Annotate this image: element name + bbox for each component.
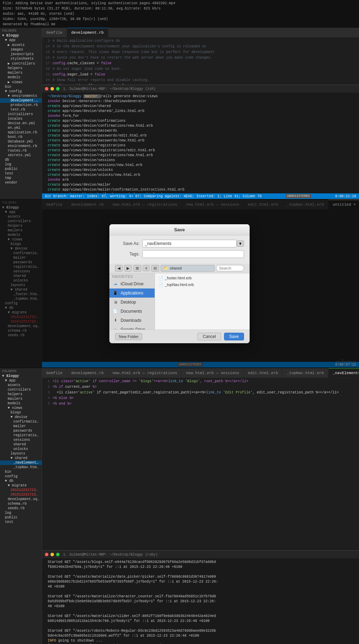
tab-gemfile-1[interactable]: Gemfile	[42, 28, 67, 38]
s3-bin[interactable]: bin	[0, 470, 42, 474]
s3-mailers[interactable]: mailers	[0, 397, 42, 401]
sidebar-item-mailers[interactable]: mailers	[0, 71, 42, 75]
traffic-light-green-1[interactable]	[56, 87, 60, 91]
sidebar-item-tmp[interactable]: tmp	[0, 176, 42, 180]
sidebar-item-css[interactable]: stylesheets	[0, 57, 42, 61]
save-new-folder-button[interactable]: New Folder	[115, 333, 142, 340]
s3-seeds[interactable]: seeds.rb	[0, 506, 42, 511]
s3-migrate[interactable]: ▼ migrate	[0, 483, 42, 488]
save-expand-button[interactable]: ▼	[237, 240, 244, 247]
sidebar-item-en-yml[interactable]: en.yml	[0, 126, 42, 130]
traffic-light-yellow-3[interactable]	[50, 553, 54, 556]
s3-migration1[interactable]: 20151223172331_c	[0, 488, 42, 492]
traffic-light-green-3[interactable]	[56, 553, 60, 556]
s3-migration2[interactable]: 20151223172334_c	[0, 492, 42, 497]
sidebar-item-development-rb[interactable]: development.rb	[0, 98, 42, 103]
s3-sessions[interactable]: sessions	[0, 438, 42, 442]
save-as-input[interactable]	[142, 240, 237, 247]
tab-development-rb[interactable]: development.rb	[67, 28, 108, 38]
sidebar-item-test[interactable]: test	[0, 171, 42, 176]
sidebar-item-locales[interactable]: locales	[0, 117, 42, 121]
save-view-list-button[interactable]: ≡	[143, 265, 150, 271]
s3-devise[interactable]: ▼ devise	[0, 415, 42, 419]
s3-public[interactable]: public	[0, 515, 42, 520]
tab-edit-3[interactable]: edit.html.erb	[244, 368, 283, 378]
save-item-desktop[interactable]: 🖥 Desktop	[109, 298, 155, 307]
s3-layouts[interactable]: layouts	[0, 451, 42, 456]
save-item-documents[interactable]: 📄 Documents	[109, 307, 155, 316]
s3-app[interactable]: ▼ app	[0, 378, 42, 383]
s3-dev-sqlite[interactable]: development.sqlite3	[0, 497, 42, 502]
s3-blogs[interactable]: blogs	[0, 410, 42, 415]
s3-confirmations[interactable]: confirmations	[0, 419, 42, 424]
s3-shared-devise[interactable]: shared	[0, 442, 42, 447]
save-item-applications[interactable]: 📱 Applications	[109, 288, 155, 298]
sidebar-item-db-yml[interactable]: database.yml	[0, 139, 42, 144]
save-cancel-button[interactable]: Cancel	[197, 333, 221, 340]
traffic-light-yellow-1[interactable]	[50, 87, 54, 91]
save-save-button[interactable]: Save	[224, 333, 244, 340]
sidebar-item-secrets[interactable]: secrets.yml	[0, 153, 42, 158]
s3-controllers[interactable]: controllers	[0, 387, 42, 392]
sidebar-item-app-rb[interactable]: application.rb	[0, 130, 42, 135]
tab-new-sess-3[interactable]: new.html.erb — sessions	[182, 368, 244, 378]
save-search-input[interactable]	[216, 265, 244, 271]
save-item-downloads[interactable]: ⬇ Downloads	[109, 316, 155, 325]
s3-topnav[interactable]: _topNav.html.erb	[0, 465, 42, 470]
tab-new-reg-3[interactable]: new.html.erb — registrations	[108, 368, 182, 378]
save-tags-input[interactable]	[142, 250, 244, 258]
save-item-gdrive[interactable]: △ Google Drive	[109, 325, 155, 330]
sidebar-item-assets[interactable]: ▶ assets	[0, 42, 42, 47]
sidebar-item-views[interactable]: ▶ views	[0, 80, 42, 85]
s3-models[interactable]: models	[0, 401, 42, 406]
sidebar-item-initializers[interactable]: initializers	[0, 112, 42, 117]
save-view-icon-button[interactable]: ⊞	[133, 265, 141, 272]
sidebar-item-production-rb[interactable]: production.rb	[0, 103, 42, 107]
sidebar-item-js[interactable]: javascripts	[0, 52, 42, 57]
traffic-light-red-1[interactable]	[45, 87, 48, 91]
sidebar-item-models[interactable]: models	[0, 75, 42, 80]
save-forward-button[interactable]: ▶	[124, 265, 132, 272]
sidebar-item-images[interactable]: images	[0, 47, 42, 52]
sidebar-item-test-rb[interactable]: test.rb	[0, 107, 42, 112]
s3-views[interactable]: ▼ views	[0, 406, 42, 410]
s3-assets[interactable]: assets	[0, 383, 42, 387]
save-file-topnav[interactable]: 📄 _topNav.html.erb	[156, 281, 248, 288]
s3-config[interactable]: config	[0, 474, 42, 479]
sidebar-item-routes[interactable]: routes.rb	[0, 148, 42, 153]
sidebar-item-log[interactable]: log	[0, 162, 42, 167]
s3-navelements[interactable]: _navElements.rb	[0, 460, 42, 465]
s3-schema[interactable]: schema.rb	[0, 502, 42, 506]
s3-mailer[interactable]: mailer	[0, 424, 42, 429]
sidebar-item-db[interactable]: db	[0, 158, 42, 162]
s3-db[interactable]: ▼ db	[0, 479, 42, 483]
tab-dev-rb-3[interactable]: development.rb	[67, 368, 108, 378]
s3-unlocks[interactable]: unlocks	[0, 447, 42, 451]
sidebar-item-controllers[interactable]: ▶ controllers	[0, 61, 42, 66]
sidebar-item-devise-en[interactable]: devise.en.yml	[0, 121, 42, 126]
sidebar-item-env-rb[interactable]: environment.rb	[0, 144, 42, 148]
sidebar-item-vendor[interactable]: vendor	[0, 180, 42, 185]
traffic-light-red-3[interactable]	[45, 553, 48, 556]
sidebar-item-environments[interactable]: ▼ environments	[0, 94, 42, 98]
sidebar-item-config[interactable]: ▼ config	[0, 89, 42, 94]
save-item-icloud[interactable]: ☁ iCloud Drive	[109, 279, 155, 288]
save-arrange-button[interactable]: ⊟	[151, 265, 159, 272]
s3-registrations[interactable]: registrations	[0, 433, 42, 438]
s3-test[interactable]: test	[0, 520, 42, 524]
save-back-button[interactable]: ◀	[115, 265, 123, 272]
tab-navelements[interactable]: _navElements.html.erb ×	[328, 368, 359, 378]
tab-topnav-3[interactable]: _topNav.html.erb	[283, 368, 328, 378]
s3-bloggy[interactable]: ▼ Bloggy	[0, 374, 42, 378]
sidebar-item-bin[interactable]: bin	[0, 85, 42, 89]
s3-helpers[interactable]: helpers	[0, 392, 42, 397]
s3-passwords[interactable]: passwords	[0, 429, 42, 433]
sidebar-item-app[interactable]: ▼ app	[0, 38, 42, 42]
sidebar-item-public[interactable]: public	[0, 167, 42, 171]
tab-gemfile-3[interactable]: Gemfile	[42, 368, 67, 378]
sidebar-item-boot-rb[interactable]: boot.rb	[0, 135, 42, 139]
sidebar-item-bloggy[interactable]: ▼ Bloggy	[0, 33, 42, 38]
s3-shared[interactable]: ▼ shared	[0, 456, 42, 460]
save-file-footer[interactable]: 📄 _footer.html.erb	[156, 275, 248, 281]
s3-log[interactable]: log	[0, 511, 42, 515]
